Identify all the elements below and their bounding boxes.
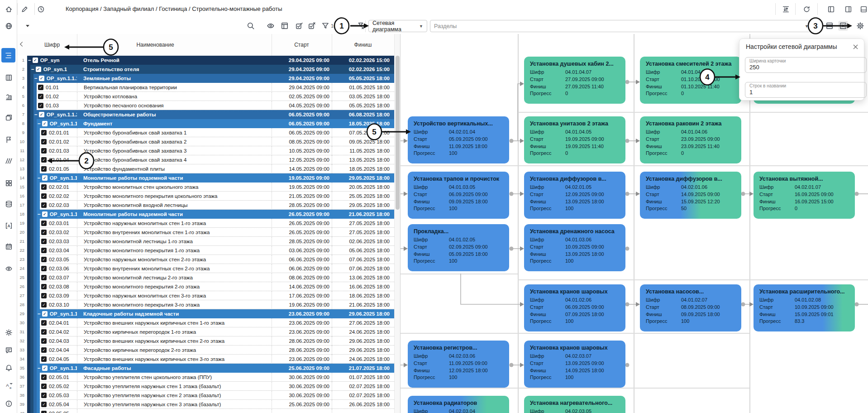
row-checkbox[interactable]: ✓: [38, 103, 43, 108]
row-checkbox[interactable]: ✓: [41, 184, 47, 190]
table-row[interactable]: 11✓02.01.03Устройство буронабивных свай …: [17, 146, 394, 155]
table-row[interactable]: 18−✓OP_syn.1.1.2.1.2.03Монолитные работы…: [17, 210, 394, 219]
table-row[interactable]: 5✓01.02Устройство котлована02.05.2025 09…: [17, 92, 394, 101]
view-mode-select[interactable]: Сетевая диаграмма ▼: [368, 20, 427, 32]
table-row[interactable]: 30✓02.04.01Устройство внешних наружных к…: [17, 318, 394, 327]
row-checkbox[interactable]: ✓: [41, 166, 47, 172]
flag-icon[interactable]: [4, 135, 13, 144]
table-row[interactable]: 20✓02.03.02Устройство внутренних монолит…: [17, 228, 394, 237]
table-row[interactable]: 1−✓OP_synОтель Речной29.04.2025 09:0002.…: [17, 56, 394, 65]
home-icon[interactable]: [4, 5, 13, 14]
table-row[interactable]: 35−✓OP_syn.1.1.2.1.2.05Фасадные работы25…: [17, 364, 394, 373]
task-card[interactable]: Установка душевых кабин 2...Шифр04.01.04…: [524, 57, 625, 104]
search-icon[interactable]: [246, 21, 256, 31]
globe-icon[interactable]: [4, 21, 13, 30]
table-row[interactable]: 37✓02.05.02Устройство утеплителя наружны…: [17, 382, 394, 391]
uncheck-all-icon[interactable]: [307, 21, 317, 31]
column-header-code[interactable]: Шифр: [27, 39, 77, 51]
columns-icon[interactable]: [825, 21, 835, 31]
table-row[interactable]: 29−✓OP_syn.1.1.2.1.2.04Кладочные работы …: [17, 309, 394, 318]
row-checkbox[interactable]: ✓: [41, 230, 47, 235]
row-checkbox[interactable]: ✓: [42, 365, 48, 371]
title-lines-field[interactable]: Строк в названии 1: [745, 82, 867, 98]
table-row[interactable]: 6✓01.03Устройство песчаного основания04.…: [17, 101, 394, 110]
table-row[interactable]: 10✓02.01.02Устройство буронабивных свай …: [17, 137, 394, 146]
kanban-icon[interactable]: [4, 73, 13, 82]
row-checkbox[interactable]: ✓: [41, 248, 47, 253]
table-row[interactable]: 3−✓OP_syn.1.1.1Земляные работы29.04.2025…: [17, 74, 394, 83]
table-row[interactable]: 15✓02.02.01Устройство монолитных стен цо…: [17, 182, 394, 192]
task-card[interactable]: Установка раковин 2 этажаШифр04.01.04.06…: [640, 116, 741, 163]
row-checkbox[interactable]: ✓: [42, 211, 48, 217]
table-row[interactable]: 34✓02.04.05Устройство внешних наружных к…: [17, 355, 394, 364]
table-row[interactable]: 26✓02.03.08Устройство монолитного перекр…: [17, 282, 394, 291]
table-row[interactable]: 24✓02.03.06Устройство внутренних монолит…: [17, 264, 394, 273]
table-row[interactable]: 38✓02.05.03Устройство утеплителя наружны…: [17, 391, 394, 400]
row-checkbox[interactable]: ✓: [41, 284, 47, 289]
grid-icon[interactable]: [4, 178, 13, 187]
task-card[interactable]: Установка трапов и прочистокШифр04.01.03…: [408, 172, 509, 219]
row-checkbox[interactable]: ✓: [41, 266, 47, 271]
table-row[interactable]: 28✓02.03.10Устройство монолитного перекр…: [17, 300, 394, 309]
row-checkbox[interactable]: ✓: [41, 320, 47, 326]
filter-icon[interactable]: [320, 21, 330, 31]
row-checkbox[interactable]: ✓: [41, 384, 47, 389]
row-checkbox[interactable]: ✓: [41, 302, 47, 307]
row-checkbox[interactable]: ✓: [41, 347, 47, 353]
row-checkbox[interactable]: ✓: [41, 275, 47, 280]
row-checkbox[interactable]: ✓: [41, 139, 47, 144]
pencil-icon[interactable]: [20, 5, 29, 14]
table-row[interactable]: 40✓02.05.05: [17, 409, 394, 413]
task-card[interactable]: Установка унитазов 2 этажаШифр04.01.04.0…: [524, 116, 625, 163]
eye-icon[interactable]: [266, 21, 276, 31]
layers-icon[interactable]: [4, 113, 13, 122]
table-row[interactable]: 17✓02.02.03Устройство монолитной входной…: [17, 201, 394, 210]
comment-icon[interactable]: [4, 346, 13, 355]
translate-icon[interactable]: Aя: [4, 381, 13, 390]
table-row[interactable]: 23✓02.03.05Устройство наружных монолитны…: [17, 255, 394, 264]
table-row[interactable]: 14−✓OP_syn.1.1.2.1.2.02Монолитные работы…: [17, 173, 394, 182]
column-header-finish[interactable]: Финиш: [332, 39, 394, 51]
row-checkbox[interactable]: ✓: [41, 257, 47, 262]
table-row[interactable]: 19✓02.03.01Устройство наружных монолитны…: [17, 219, 394, 228]
info-icon[interactable]: [4, 399, 13, 408]
row-checkbox[interactable]: ✓: [42, 175, 48, 181]
task-card[interactable]: Установка радиаторовШифр04.02.03.04Старт…: [408, 396, 509, 413]
table-panel-icon[interactable]: [280, 21, 290, 31]
row-checkbox[interactable]: ✓: [41, 338, 47, 344]
bell-icon[interactable]: [4, 363, 13, 372]
task-card[interactable]: Установка расширительного...Шифр04.01.02…: [754, 284, 855, 331]
task-card[interactable]: Установка кранов шаровыхШифр04.01.02.06С…: [524, 284, 625, 331]
chart-icon[interactable]: [4, 92, 13, 101]
hatch-icon[interactable]: [4, 156, 13, 165]
scrollbar-thumb[interactable]: [396, 56, 400, 210]
task-card[interactable]: Установка регистров...Шифр04.02.03.06Ста…: [408, 341, 509, 388]
row-checkbox[interactable]: ✓: [39, 76, 44, 81]
table-row[interactable]: 12✓02.01.04Устройство буронабивных свай …: [17, 155, 394, 164]
column-header-start[interactable]: Старт: [272, 39, 332, 51]
collapse-panel-icon[interactable]: [18, 41, 25, 49]
table-row[interactable]: 4✓01.01Вертикальная планировка территори…: [17, 83, 394, 92]
column-header-name[interactable]: Наименование: [77, 39, 272, 51]
card-width-field[interactable]: Ширина карточки 250: [745, 57, 867, 73]
task-card[interactable]: Установка нагревательного...Шифр04.02.03…: [524, 396, 625, 413]
task-card[interactable]: Устройство вертикальных...Шифр04.02.01.0…: [408, 116, 509, 163]
table-row[interactable]: 7−✓OP_syn.1.1.2Общестроительные работы06…: [17, 110, 394, 119]
sections-select[interactable]: Разделы ▼: [430, 20, 813, 32]
calendar-icon[interactable]: [4, 242, 13, 251]
task-card[interactable]: Установка насосов...Шифр04.01.02.07Старт…: [640, 284, 741, 331]
layout-left-icon[interactable]: [826, 5, 835, 14]
task-card[interactable]: Установка дренажного насосаШифр04.01.03.…: [524, 224, 625, 271]
row-checkbox[interactable]: ✓: [41, 157, 47, 163]
table-row[interactable]: 2−✓OP_syn.1Строительство отеля29.04.2025…: [17, 65, 394, 74]
sort-icon[interactable]: [781, 5, 790, 14]
row-checkbox[interactable]: ✓: [42, 311, 48, 317]
table-row[interactable]: 8−✓OP_syn.1.1.2.1.2.01Фундамент06.05.202…: [17, 119, 394, 128]
row-checkbox[interactable]: ✓: [33, 58, 38, 63]
row-checkbox[interactable]: ✓: [41, 293, 47, 298]
gear-icon[interactable]: [855, 21, 865, 31]
row-checkbox[interactable]: ✓: [41, 411, 47, 413]
table-row[interactable]: 27✓02.03.09Устройство наружных монолитны…: [17, 291, 394, 300]
table-row[interactable]: 31✓02.04.02Устройство кирпичных перегоро…: [17, 327, 394, 336]
row-checkbox[interactable]: ✓: [41, 148, 47, 154]
